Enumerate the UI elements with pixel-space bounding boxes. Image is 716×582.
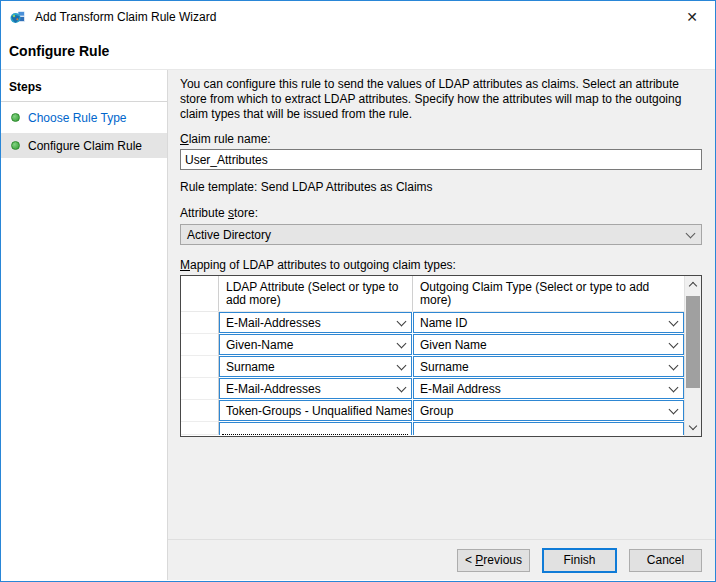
mapping-label: Mapping of LDAP attributes to outgoing c… bbox=[180, 258, 702, 272]
row-selector[interactable] bbox=[181, 378, 219, 400]
steps-sidebar: Steps Choose Rule Type Configure Claim R… bbox=[1, 70, 168, 580]
table-row: E-Mail-Addresses Name ID bbox=[181, 312, 684, 334]
outgoing-claim-select[interactable]: Surname bbox=[413, 356, 684, 377]
row-selector-header bbox=[181, 276, 219, 311]
combo-value: E-Mail Address bbox=[420, 382, 501, 396]
combo-value: E-Mail-Addresses bbox=[226, 382, 321, 396]
ldap-attribute-select[interactable]: Surname bbox=[219, 356, 412, 377]
outgoing-claim-select[interactable]: Group bbox=[413, 400, 684, 421]
accel-char: C bbox=[180, 132, 189, 146]
wizard-window: Add Transform Claim Rule Wizard ✕ Config… bbox=[0, 0, 716, 582]
row-selector[interactable] bbox=[181, 422, 219, 435]
finish-button[interactable]: Finish bbox=[542, 548, 617, 573]
combo-value: Surname bbox=[420, 360, 469, 374]
chevron-down-icon bbox=[669, 382, 679, 392]
attribute-store-select[interactable]: Active Directory bbox=[180, 224, 702, 245]
mapping-table: LDAP Attribute (Select or type to add mo… bbox=[180, 275, 702, 437]
chevron-down-icon bbox=[397, 338, 407, 348]
label-text: revious bbox=[483, 553, 522, 567]
chevron-down-icon bbox=[397, 382, 407, 392]
focus-marquee bbox=[222, 434, 408, 435]
previous-button[interactable]: < Previous bbox=[457, 549, 530, 572]
scroll-up-button[interactable] bbox=[685, 276, 701, 293]
attribute-store-value: Active Directory bbox=[187, 228, 271, 242]
chevron-down-icon bbox=[689, 422, 697, 430]
combo-value: Token-Groups - Unqualified Names bbox=[226, 404, 412, 418]
step-complete-dot-icon bbox=[11, 141, 20, 150]
table-row: Surname Surname bbox=[181, 356, 684, 378]
label-text: laim rule name: bbox=[189, 132, 271, 146]
cancel-button[interactable]: Cancel bbox=[629, 549, 702, 572]
row-selector[interactable] bbox=[181, 334, 219, 356]
step-label: Configure Claim Rule bbox=[28, 139, 142, 153]
chevron-down-icon bbox=[686, 228, 696, 238]
combo-value: Surname bbox=[226, 360, 275, 374]
close-icon: ✕ bbox=[686, 9, 698, 25]
table-row-empty bbox=[181, 422, 684, 435]
steps-heading: Steps bbox=[1, 70, 167, 102]
claim-rule-name-input[interactable] bbox=[180, 149, 702, 170]
ldap-attribute-select[interactable]: Given-Name bbox=[219, 334, 412, 355]
combo-value: Given Name bbox=[420, 338, 487, 352]
chevron-down-icon bbox=[669, 360, 679, 370]
button-bar: < Previous Finish Cancel bbox=[168, 539, 715, 580]
chevron-down-icon bbox=[397, 316, 407, 326]
sidebar-item-choose-rule-type[interactable]: Choose Rule Type bbox=[1, 105, 167, 130]
table-row: Token-Groups - Unqualified Names Group bbox=[181, 400, 684, 422]
chevron-down-icon bbox=[669, 316, 679, 326]
scroll-down-button[interactable] bbox=[685, 419, 701, 436]
step-complete-dot-icon bbox=[11, 113, 20, 122]
row-selector[interactable] bbox=[181, 400, 219, 422]
label-text: apping of LDAP attributes to outgoing cl… bbox=[190, 258, 456, 272]
attribute-store-label: Attribute store: bbox=[180, 206, 702, 220]
adfs-wizard-icon bbox=[10, 9, 26, 25]
combo-value: Group bbox=[420, 404, 453, 418]
row-selector[interactable] bbox=[181, 312, 219, 334]
wizard-body: Steps Choose Rule Type Configure Claim R… bbox=[1, 69, 715, 580]
close-button[interactable]: ✕ bbox=[669, 1, 715, 32]
row-selector[interactable] bbox=[181, 356, 219, 378]
chevron-down-icon bbox=[397, 360, 407, 370]
ldap-attribute-column-header: LDAP Attribute (Select or type to add mo… bbox=[219, 276, 413, 311]
header-band: Configure Rule bbox=[1, 32, 715, 69]
table-scrollbar[interactable] bbox=[684, 276, 701, 436]
combo-value: Given-Name bbox=[226, 338, 293, 352]
claim-rule-name-label: Claim rule name: bbox=[180, 132, 702, 146]
ldap-attribute-select[interactable]: Token-Groups - Unqualified Names bbox=[219, 400, 412, 421]
window-title: Add Transform Claim Rule Wizard bbox=[35, 10, 216, 24]
combo-value: E-Mail-Addresses bbox=[226, 316, 321, 330]
outgoing-claim-select[interactable] bbox=[413, 422, 684, 435]
label-text: < bbox=[465, 553, 475, 567]
combo-value: Name ID bbox=[420, 316, 467, 330]
chevron-down-icon bbox=[669, 404, 679, 414]
content-pane: You can configure this rule to send the … bbox=[168, 70, 715, 580]
step-label: Choose Rule Type bbox=[28, 111, 127, 125]
label-text: Attribute bbox=[180, 206, 228, 220]
label-text: tore: bbox=[234, 206, 258, 220]
accel-char: M bbox=[180, 258, 190, 272]
outgoing-claim-select[interactable]: E-Mail Address bbox=[413, 378, 684, 399]
table-row: Given-Name Given Name bbox=[181, 334, 684, 356]
chevron-down-icon bbox=[669, 338, 679, 348]
chevron-up-icon bbox=[689, 282, 697, 290]
outgoing-claim-select[interactable]: Given Name bbox=[413, 334, 684, 355]
table-header-row: LDAP Attribute (Select or type to add mo… bbox=[181, 276, 684, 312]
rule-template-text: Rule template: Send LDAP Attributes as C… bbox=[180, 180, 702, 194]
rule-description: You can configure this rule to send the … bbox=[180, 77, 702, 122]
table-row: E-Mail-Addresses E-Mail Address bbox=[181, 378, 684, 400]
outgoing-claim-column-header: Outgoing Claim Type (Select or type to a… bbox=[413, 276, 684, 311]
title-bar: Add Transform Claim Rule Wizard ✕ bbox=[1, 1, 715, 32]
scrollbar-thumb[interactable] bbox=[686, 296, 700, 388]
ldap-attribute-select[interactable]: E-Mail-Addresses bbox=[219, 378, 412, 399]
outgoing-claim-select[interactable]: Name ID bbox=[413, 312, 684, 333]
ldap-attribute-select[interactable]: E-Mail-Addresses bbox=[219, 312, 412, 333]
sidebar-item-configure-claim-rule[interactable]: Configure Claim Rule bbox=[1, 133, 167, 158]
page-title: Configure Rule bbox=[9, 43, 109, 59]
